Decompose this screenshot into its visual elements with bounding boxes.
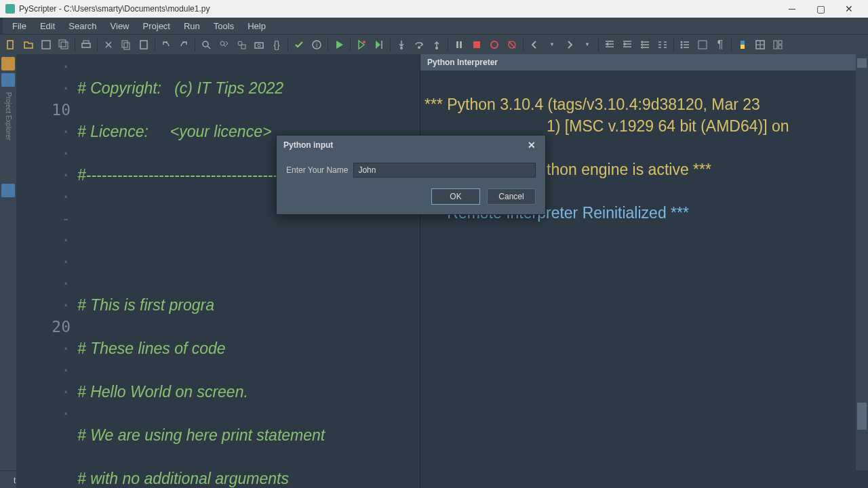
layout-icon[interactable]	[752, 37, 768, 53]
undo-icon[interactable]	[158, 37, 174, 53]
stop-icon[interactable]	[469, 37, 485, 53]
code-explorer-icon[interactable]	[1, 184, 15, 197]
indent-icon[interactable]	[619, 37, 635, 53]
syntax-check-icon[interactable]	[291, 37, 307, 53]
interpreter-panel: Python Interpreter *** Python 3.10.4 (ta…	[420, 54, 868, 488]
nav-dropdown2-icon[interactable]: ▼	[579, 37, 595, 53]
outdent-icon[interactable]	[601, 37, 618, 53]
menu-file[interactable]: File	[5, 20, 33, 33]
menu-view[interactable]: View	[104, 20, 136, 33]
app-icon	[5, 4, 15, 14]
breakpoint-icon[interactable]	[486, 37, 502, 53]
ok-button[interactable]: OK	[431, 188, 480, 205]
menu-help[interactable]: Help	[241, 20, 273, 33]
list-icon[interactable]	[677, 37, 693, 53]
svg-rect-6	[122, 41, 127, 47]
menubar: File Edit Search View Project Run Tools …	[0, 18, 868, 34]
nav-back-icon[interactable]	[526, 37, 542, 53]
print-icon[interactable]	[78, 37, 94, 53]
svg-point-17	[363, 41, 366, 43]
run-to-cursor-icon[interactable]	[371, 37, 387, 53]
svg-rect-32	[778, 41, 782, 44]
gutter: · · 10 · · · · - · · · · 20 · · · ·	[16, 54, 77, 488]
pause-icon[interactable]	[451, 37, 467, 53]
svg-point-9	[203, 41, 208, 47]
bracket-icon[interactable]: {}	[269, 37, 285, 53]
pilcrow-icon[interactable]: ¶	[712, 37, 728, 53]
save-all-icon[interactable]	[56, 37, 72, 53]
debug-icon[interactable]	[353, 37, 370, 53]
svg-point-24	[491, 41, 498, 48]
uncomment-icon[interactable]	[654, 37, 671, 53]
python-version-icon[interactable]	[734, 37, 751, 53]
minimize-button[interactable]: ─	[778, 1, 806, 16]
svg-point-19	[418, 46, 420, 49]
dialog-title: Python input	[283, 140, 333, 150]
file-explorer-icon[interactable]	[1, 57, 15, 70]
svg-rect-13	[255, 43, 263, 48]
svg-point-27	[681, 43, 683, 45]
code-editor[interactable]: · · 10 · · · · - · · · · 20 · · · ·	[16, 54, 420, 488]
svg-rect-2	[59, 40, 66, 47]
open-file-icon[interactable]	[20, 37, 37, 53]
paste-icon[interactable]	[136, 37, 152, 53]
whitespace-icon[interactable]	[694, 37, 711, 53]
nav-dropdown-icon[interactable]: ▼	[544, 37, 560, 53]
interpreter-content[interactable]: *** Python 3.10.4 (tags/v3.10.4:9d38120,…	[420, 70, 868, 488]
vertical-scrollbar[interactable]	[856, 54, 868, 470]
svg-rect-4	[82, 43, 90, 47]
svg-point-14	[258, 44, 260, 47]
step-over-icon[interactable]	[411, 37, 427, 53]
layout-dropdown-icon[interactable]	[770, 37, 786, 53]
svg-rect-3	[61, 42, 68, 49]
dialog-label: Enter Your Name	[286, 165, 348, 175]
cancel-button[interactable]: Cancel	[487, 188, 536, 205]
dialog-input[interactable]	[353, 163, 536, 178]
project-explorer-icon[interactable]	[1, 73, 15, 87]
left-toolbar: Project Explorer	[0, 54, 16, 470]
close-button[interactable]: ✕	[835, 1, 863, 16]
svg-rect-12	[241, 45, 245, 49]
menu-search[interactable]: Search	[62, 20, 103, 33]
svg-rect-1	[42, 41, 50, 49]
cut-icon[interactable]	[100, 37, 117, 53]
svg-rect-29	[698, 41, 707, 49]
step-into-icon[interactable]	[393, 37, 410, 53]
replace-icon[interactable]	[216, 37, 232, 53]
copy-icon[interactable]	[118, 37, 134, 53]
search-icon[interactable]	[198, 37, 214, 53]
code-content[interactable]: # Copyright: (c) IT Tips 2022 # Licence:…	[77, 54, 420, 488]
svg-rect-21	[456, 41, 458, 48]
clear-breakpoints-icon[interactable]	[504, 37, 520, 53]
dialog-close-button[interactable]: ✕	[525, 138, 538, 152]
svg-rect-33	[778, 45, 782, 49]
maximize-button[interactable]: ▢	[807, 1, 834, 16]
svg-rect-22	[460, 41, 462, 48]
window-title: PyScripter - C:\Users\smarty\Documents\m…	[19, 4, 210, 14]
step-out-icon[interactable]	[429, 37, 445, 53]
project-explorer-label: Project Explorer	[5, 92, 12, 140]
svg-point-18	[400, 47, 403, 49]
camera-icon[interactable]	[251, 37, 267, 53]
svg-rect-7	[124, 43, 130, 49]
comment-icon[interactable]	[637, 37, 653, 53]
menu-run[interactable]: Run	[177, 20, 207, 33]
menu-tools[interactable]: Tools	[207, 20, 241, 33]
svg-point-28	[681, 46, 683, 48]
find-in-files-icon[interactable]	[233, 37, 250, 53]
svg-text:i: i	[316, 41, 317, 49]
new-file-icon[interactable]	[3, 37, 19, 53]
menu-project[interactable]: Project	[136, 20, 177, 33]
menu-edit[interactable]: Edit	[33, 20, 62, 33]
toolbar: {} i ▼ ▼ ¶	[0, 34, 868, 54]
save-icon[interactable]	[38, 37, 54, 53]
run-icon[interactable]	[331, 37, 347, 53]
svg-rect-0	[7, 41, 13, 49]
svg-rect-23	[473, 41, 480, 48]
nav-forward-icon[interactable]	[561, 37, 578, 53]
svg-rect-31	[774, 41, 777, 49]
info-icon[interactable]: i	[309, 37, 325, 53]
redo-icon[interactable]	[176, 37, 192, 53]
titlebar: PyScripter - C:\Users\smarty\Documents\m…	[0, 0, 868, 18]
python-input-dialog: Python input ✕ Enter Your Name OK Cancel	[276, 135, 546, 215]
